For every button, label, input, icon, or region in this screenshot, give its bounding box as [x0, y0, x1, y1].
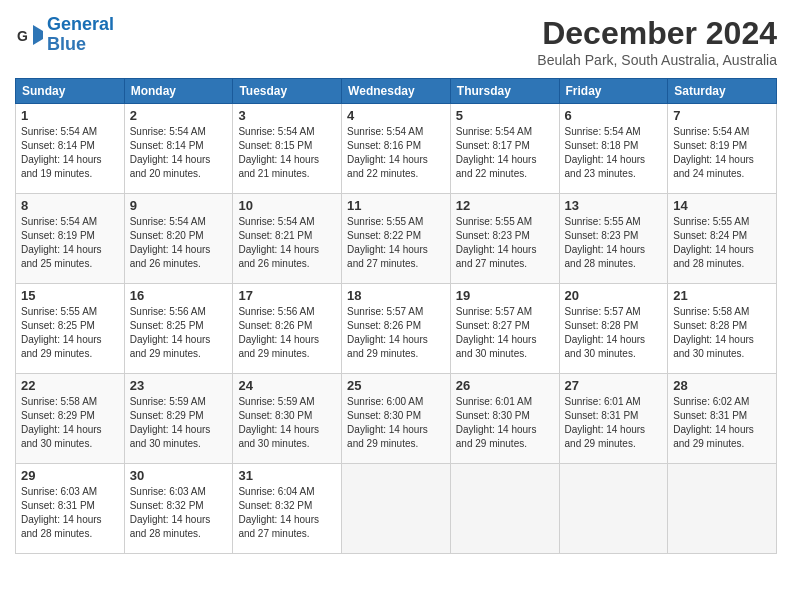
day-number: 17	[238, 288, 336, 303]
day-info: Sunrise: 5:55 AMSunset: 8:23 PMDaylight:…	[565, 215, 663, 271]
day-number: 22	[21, 378, 119, 393]
calendar-cell: 4Sunrise: 5:54 AMSunset: 8:16 PMDaylight…	[342, 104, 451, 194]
calendar-cell: 8Sunrise: 5:54 AMSunset: 8:19 PMDaylight…	[16, 194, 125, 284]
calendar-cell: 20Sunrise: 5:57 AMSunset: 8:28 PMDayligh…	[559, 284, 668, 374]
location: Beulah Park, South Australia, Australia	[537, 52, 777, 68]
calendar-cell: 28Sunrise: 6:02 AMSunset: 8:31 PMDayligh…	[668, 374, 777, 464]
header-sunday: Sunday	[16, 79, 125, 104]
calendar-cell: 27Sunrise: 6:01 AMSunset: 8:31 PMDayligh…	[559, 374, 668, 464]
day-info: Sunrise: 5:57 AMSunset: 8:28 PMDaylight:…	[565, 305, 663, 361]
day-number: 30	[130, 468, 228, 483]
day-info: Sunrise: 6:04 AMSunset: 8:32 PMDaylight:…	[238, 485, 336, 541]
calendar-week-3: 22Sunrise: 5:58 AMSunset: 8:29 PMDayligh…	[16, 374, 777, 464]
day-number: 4	[347, 108, 445, 123]
calendar-cell: 7Sunrise: 5:54 AMSunset: 8:19 PMDaylight…	[668, 104, 777, 194]
calendar-cell: 25Sunrise: 6:00 AMSunset: 8:30 PMDayligh…	[342, 374, 451, 464]
calendar-cell: 10Sunrise: 5:54 AMSunset: 8:21 PMDayligh…	[233, 194, 342, 284]
day-number: 6	[565, 108, 663, 123]
day-number: 31	[238, 468, 336, 483]
day-number: 26	[456, 378, 554, 393]
calendar-cell: 21Sunrise: 5:58 AMSunset: 8:28 PMDayligh…	[668, 284, 777, 374]
day-number: 28	[673, 378, 771, 393]
calendar-cell: 9Sunrise: 5:54 AMSunset: 8:20 PMDaylight…	[124, 194, 233, 284]
calendar-cell: 29Sunrise: 6:03 AMSunset: 8:31 PMDayligh…	[16, 464, 125, 554]
logo: G General Blue	[15, 15, 114, 55]
day-number: 13	[565, 198, 663, 213]
header-monday: Monday	[124, 79, 233, 104]
day-number: 10	[238, 198, 336, 213]
day-number: 20	[565, 288, 663, 303]
calendar-cell: 6Sunrise: 5:54 AMSunset: 8:18 PMDaylight…	[559, 104, 668, 194]
calendar-cell: 26Sunrise: 6:01 AMSunset: 8:30 PMDayligh…	[450, 374, 559, 464]
calendar-body: 1Sunrise: 5:54 AMSunset: 8:14 PMDaylight…	[16, 104, 777, 554]
header-wednesday: Wednesday	[342, 79, 451, 104]
day-number: 8	[21, 198, 119, 213]
day-info: Sunrise: 5:56 AMSunset: 8:25 PMDaylight:…	[130, 305, 228, 361]
calendar-cell: 14Sunrise: 5:55 AMSunset: 8:24 PMDayligh…	[668, 194, 777, 284]
calendar-cell	[342, 464, 451, 554]
calendar-header-row: SundayMondayTuesdayWednesdayThursdayFrid…	[16, 79, 777, 104]
calendar-table: SundayMondayTuesdayWednesdayThursdayFrid…	[15, 78, 777, 554]
month-title: December 2024	[537, 15, 777, 52]
day-info: Sunrise: 6:01 AMSunset: 8:31 PMDaylight:…	[565, 395, 663, 451]
calendar-cell: 2Sunrise: 5:54 AMSunset: 8:14 PMDaylight…	[124, 104, 233, 194]
calendar-cell: 12Sunrise: 5:55 AMSunset: 8:23 PMDayligh…	[450, 194, 559, 284]
day-number: 3	[238, 108, 336, 123]
day-info: Sunrise: 6:03 AMSunset: 8:31 PMDaylight:…	[21, 485, 119, 541]
calendar-cell: 17Sunrise: 5:56 AMSunset: 8:26 PMDayligh…	[233, 284, 342, 374]
day-number: 19	[456, 288, 554, 303]
calendar-cell: 3Sunrise: 5:54 AMSunset: 8:15 PMDaylight…	[233, 104, 342, 194]
day-number: 12	[456, 198, 554, 213]
day-info: Sunrise: 5:54 AMSunset: 8:21 PMDaylight:…	[238, 215, 336, 271]
day-number: 9	[130, 198, 228, 213]
header-tuesday: Tuesday	[233, 79, 342, 104]
day-info: Sunrise: 5:54 AMSunset: 8:19 PMDaylight:…	[21, 215, 119, 271]
day-info: Sunrise: 5:54 AMSunset: 8:14 PMDaylight:…	[21, 125, 119, 181]
day-info: Sunrise: 5:54 AMSunset: 8:16 PMDaylight:…	[347, 125, 445, 181]
day-number: 21	[673, 288, 771, 303]
day-info: Sunrise: 5:56 AMSunset: 8:26 PMDaylight:…	[238, 305, 336, 361]
day-info: Sunrise: 5:59 AMSunset: 8:29 PMDaylight:…	[130, 395, 228, 451]
day-number: 18	[347, 288, 445, 303]
day-info: Sunrise: 5:54 AMSunset: 8:14 PMDaylight:…	[130, 125, 228, 181]
day-info: Sunrise: 6:03 AMSunset: 8:32 PMDaylight:…	[130, 485, 228, 541]
day-info: Sunrise: 5:58 AMSunset: 8:29 PMDaylight:…	[21, 395, 119, 451]
calendar-cell: 5Sunrise: 5:54 AMSunset: 8:17 PMDaylight…	[450, 104, 559, 194]
day-number: 24	[238, 378, 336, 393]
title-block: December 2024 Beulah Park, South Austral…	[537, 15, 777, 68]
logo-line1: General	[47, 14, 114, 34]
day-number: 23	[130, 378, 228, 393]
day-info: Sunrise: 6:00 AMSunset: 8:30 PMDaylight:…	[347, 395, 445, 451]
calendar-cell: 19Sunrise: 5:57 AMSunset: 8:27 PMDayligh…	[450, 284, 559, 374]
calendar-cell	[450, 464, 559, 554]
day-number: 5	[456, 108, 554, 123]
calendar-cell: 13Sunrise: 5:55 AMSunset: 8:23 PMDayligh…	[559, 194, 668, 284]
calendar-cell: 16Sunrise: 5:56 AMSunset: 8:25 PMDayligh…	[124, 284, 233, 374]
day-info: Sunrise: 6:01 AMSunset: 8:30 PMDaylight:…	[456, 395, 554, 451]
logo-line2: Blue	[47, 35, 114, 55]
day-number: 29	[21, 468, 119, 483]
day-number: 16	[130, 288, 228, 303]
svg-text:G: G	[17, 28, 28, 44]
day-info: Sunrise: 5:57 AMSunset: 8:26 PMDaylight:…	[347, 305, 445, 361]
calendar-cell: 22Sunrise: 5:58 AMSunset: 8:29 PMDayligh…	[16, 374, 125, 464]
calendar-cell: 15Sunrise: 5:55 AMSunset: 8:25 PMDayligh…	[16, 284, 125, 374]
day-info: Sunrise: 5:55 AMSunset: 8:25 PMDaylight:…	[21, 305, 119, 361]
day-number: 15	[21, 288, 119, 303]
calendar-cell: 18Sunrise: 5:57 AMSunset: 8:26 PMDayligh…	[342, 284, 451, 374]
day-info: Sunrise: 5:55 AMSunset: 8:23 PMDaylight:…	[456, 215, 554, 271]
logo-text: General Blue	[47, 15, 114, 55]
page-header: G General Blue December 2024 Beulah Park…	[15, 15, 777, 68]
calendar-week-4: 29Sunrise: 6:03 AMSunset: 8:31 PMDayligh…	[16, 464, 777, 554]
calendar-cell: 11Sunrise: 5:55 AMSunset: 8:22 PMDayligh…	[342, 194, 451, 284]
day-info: Sunrise: 5:54 AMSunset: 8:20 PMDaylight:…	[130, 215, 228, 271]
day-number: 25	[347, 378, 445, 393]
header-thursday: Thursday	[450, 79, 559, 104]
header-saturday: Saturday	[668, 79, 777, 104]
day-info: Sunrise: 5:58 AMSunset: 8:28 PMDaylight:…	[673, 305, 771, 361]
calendar-cell	[559, 464, 668, 554]
calendar-cell: 30Sunrise: 6:03 AMSunset: 8:32 PMDayligh…	[124, 464, 233, 554]
day-number: 1	[21, 108, 119, 123]
calendar-cell	[668, 464, 777, 554]
day-number: 7	[673, 108, 771, 123]
